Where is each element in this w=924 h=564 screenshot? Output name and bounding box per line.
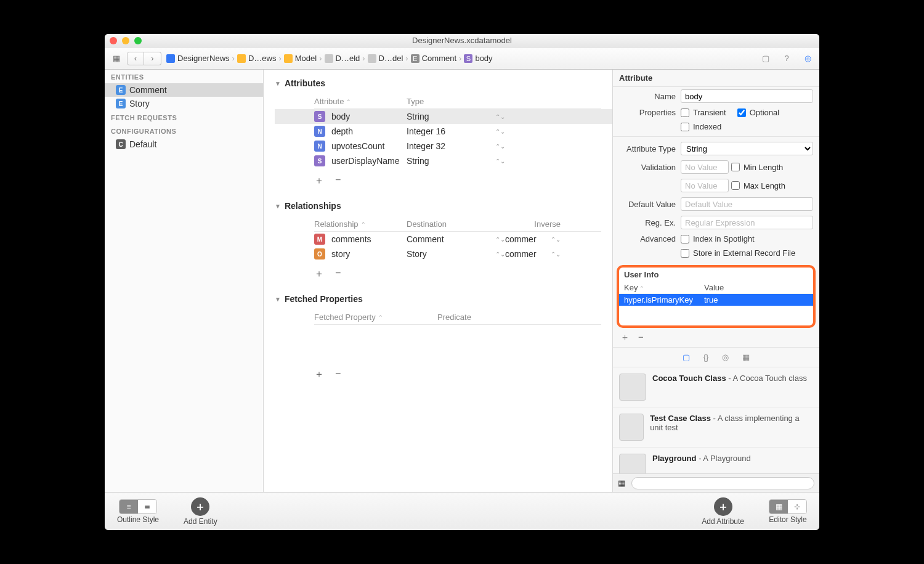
remove-fetched-button[interactable]: −: [335, 368, 341, 381]
related-items-icon[interactable]: ▦: [111, 53, 122, 64]
entity-label: Story: [129, 99, 150, 108]
grid-view-icon[interactable]: ▦: [618, 478, 625, 488]
add-relationship-button[interactable]: ＋: [314, 268, 324, 280]
config-default[interactable]: C Default: [105, 137, 263, 151]
inspector-section-header: Attribute: [613, 70, 819, 87]
max-length-input[interactable]: [681, 179, 729, 192]
crumb-modeld[interactable]: D…eld: [325, 54, 360, 63]
relationship-column-header[interactable]: Relationship: [314, 219, 407, 229]
window-title: DesignerNews.xcdatamodel: [412, 36, 512, 45]
add-attribute-button[interactable]: ＋: [314, 174, 324, 187]
external-record-checkbox[interactable]: [681, 249, 689, 258]
minimize-button[interactable]: [122, 37, 129, 44]
attribute-column-header[interactable]: Attribute: [314, 97, 407, 106]
fetched-property-column-header[interactable]: Fetched Property: [314, 313, 437, 322]
crumb-entity[interactable]: EComment: [411, 54, 456, 63]
object-tab[interactable]: ◎: [722, 353, 729, 362]
disclosure-icon[interactable]: ▼: [275, 296, 281, 303]
model-editor: ▼Attributes Attribute Type Sbody String⌃…: [264, 70, 613, 492]
add-userinfo-button[interactable]: ＋: [620, 332, 630, 343]
entity-comment[interactable]: E Comment: [105, 83, 263, 97]
media-tab[interactable]: ▦: [742, 353, 750, 362]
crumb-attr[interactable]: Sbody: [464, 54, 492, 63]
stepper-icon[interactable]: ⌃⌄: [495, 143, 505, 150]
template-item[interactable]: Cocoa Touch Class - A Cocoa Touch class: [613, 367, 819, 407]
template-item[interactable]: Test Case Class - A class implementing a…: [613, 407, 819, 448]
min-length-checkbox[interactable]: [731, 163, 740, 171]
maximize-button[interactable]: [134, 37, 142, 44]
template-item[interactable]: Playground - A Playground: [613, 448, 819, 473]
data-model-inspector-icon[interactable]: ◎: [802, 53, 813, 64]
user-info-box: User Info Key Value hyper.isPrimaryKey t…: [617, 265, 816, 328]
attribute-row[interactable]: NupvotesCount Integer 32⌃⌄: [314, 139, 601, 153]
file-inspector-icon[interactable]: ▢: [760, 53, 771, 64]
plus-icon: ＋: [714, 497, 732, 516]
nav-forward-button[interactable]: ›: [144, 52, 161, 65]
remove-attribute-button[interactable]: −: [335, 174, 341, 187]
toolbar-right-tabs: ▢ ? ◎: [760, 53, 813, 64]
default-value-input[interactable]: [681, 197, 813, 211]
help-inspector-icon[interactable]: ?: [781, 53, 792, 64]
disclosure-icon[interactable]: ▼: [275, 80, 281, 87]
attribute-type-select[interactable]: String: [681, 142, 813, 155]
stepper-icon[interactable]: ⌃⌄: [551, 251, 561, 258]
add-entity-button[interactable]: ＋ Add Entity: [184, 497, 217, 526]
stepper-icon[interactable]: ⌃⌄: [495, 158, 505, 165]
user-info-value-column[interactable]: Value: [704, 283, 724, 292]
attribute-row[interactable]: Sbody String⌃⌄: [275, 109, 613, 124]
type-column-header[interactable]: Type: [407, 97, 505, 106]
remove-relationship-button[interactable]: −: [335, 268, 341, 280]
crumb-folder1[interactable]: D…ews: [237, 54, 277, 63]
relationship-row[interactable]: Ostory Story⌃⌄ commer⌃⌄: [314, 247, 601, 261]
user-info-key-column[interactable]: Key: [624, 283, 704, 292]
xcode-window: DesignerNews.xcdatamodel ▦ ‹ › DesignerN…: [105, 34, 819, 530]
predicate-column-header[interactable]: Predicate: [437, 313, 536, 322]
code-snippet-tab[interactable]: {}: [703, 353, 709, 362]
stepper-icon[interactable]: ⌃⌄: [551, 236, 561, 243]
tomany-icon: M: [314, 234, 325, 245]
optional-checkbox[interactable]: [737, 108, 746, 117]
crumb-project[interactable]: DesignerNews: [166, 54, 230, 63]
add-fetched-button[interactable]: ＋: [314, 368, 324, 381]
template-list: Cocoa Touch Class - A Cocoa Touch class …: [613, 367, 819, 473]
max-length-checkbox[interactable]: [731, 181, 740, 190]
nav-back-button[interactable]: ‹: [127, 52, 144, 65]
config-label: Default: [129, 139, 156, 149]
add-attribute-button-footer[interactable]: ＋ Add Attribute: [702, 497, 744, 526]
configurations-header: CONFIGURATIONS: [105, 124, 263, 137]
entity-story[interactable]: E Story: [105, 97, 263, 110]
min-length-input[interactable]: [681, 160, 729, 174]
transient-checkbox[interactable]: [681, 108, 689, 117]
stepper-icon[interactable]: ⌃⌄: [495, 128, 505, 135]
plus-icon: ＋: [191, 497, 209, 516]
library-footer: ▦: [613, 473, 819, 492]
stepper-icon[interactable]: ⌃⌄: [495, 236, 505, 243]
relationship-row[interactable]: Mcomments Comment⌃⌄ commer⌃⌄: [314, 232, 601, 247]
file-template-tab[interactable]: ▢: [683, 353, 690, 362]
user-info-row[interactable]: hyper.isPrimaryKey true: [619, 294, 813, 306]
destination-column-header[interactable]: Destination: [407, 219, 505, 229]
attribute-row[interactable]: SuserDisplayName String⌃⌄: [314, 153, 601, 168]
inspector-panel: Attribute Name Properties Transient Opti…: [613, 70, 819, 492]
close-button[interactable]: [110, 37, 117, 44]
attribute-name-input[interactable]: [681, 89, 813, 103]
hierarchy-icon: ≣: [138, 500, 156, 513]
editor-style-toggle[interactable]: ▦⊹ Editor Style: [769, 499, 807, 524]
traffic-lights: [110, 37, 142, 44]
crumb-folder2[interactable]: Model: [284, 54, 317, 63]
fetched-properties-section: ▼Fetched Properties Fetched Property Pre…: [275, 294, 601, 381]
spotlight-checkbox[interactable]: [681, 235, 689, 243]
outline-style-toggle[interactable]: ≡≣ Outline Style: [117, 499, 159, 524]
entity-icon: E: [116, 85, 126, 95]
attribute-row[interactable]: Ndepth Integer 16⌃⌄: [314, 124, 601, 139]
crumb-model[interactable]: D…del: [368, 54, 403, 63]
library-filter-input[interactable]: [631, 477, 814, 489]
stepper-icon[interactable]: ⌃⌄: [495, 113, 505, 120]
stepper-icon[interactable]: ⌃⌄: [495, 251, 505, 258]
inverse-column-header[interactable]: Inverse: [505, 219, 561, 229]
regex-input[interactable]: [681, 216, 813, 229]
template-thumb-icon: [619, 414, 644, 441]
remove-userinfo-button[interactable]: −: [638, 332, 644, 343]
disclosure-icon[interactable]: ▼: [275, 203, 281, 210]
indexed-checkbox[interactable]: [681, 123, 689, 131]
